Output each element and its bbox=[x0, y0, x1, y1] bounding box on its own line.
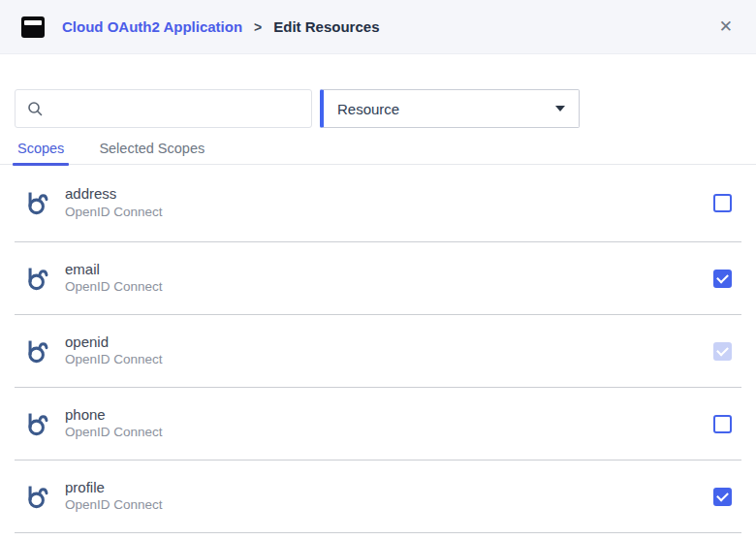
toolbar: Resource bbox=[15, 89, 741, 128]
scope-name: openid bbox=[65, 334, 163, 352]
scope-row-email[interactable]: email OpenID Connect bbox=[15, 242, 741, 315]
close-icon[interactable]: ✕ bbox=[715, 15, 737, 39]
scope-row-address[interactable]: address OpenID Connect bbox=[15, 165, 741, 242]
checkbox-address[interactable] bbox=[713, 194, 732, 212]
app-window-icon bbox=[21, 16, 45, 38]
scope-provider: OpenID Connect bbox=[65, 425, 163, 441]
resource-filter-dropdown[interactable]: Resource bbox=[320, 89, 580, 128]
scope-provider: OpenID Connect bbox=[65, 205, 163, 221]
tab-selected-scopes[interactable]: Selected Scopes bbox=[94, 137, 209, 164]
openid-icon bbox=[24, 336, 50, 366]
dialog-header: Cloud OAuth2 Application > Edit Resource… bbox=[0, 0, 756, 54]
search-box[interactable] bbox=[15, 89, 312, 128]
resource-filter-value: Resource bbox=[337, 101, 399, 117]
search-icon bbox=[27, 101, 44, 117]
scope-provider: OpenID Connect bbox=[65, 352, 163, 368]
scope-name: address bbox=[65, 185, 163, 204]
scope-name: email bbox=[65, 261, 163, 279]
scope-provider: OpenID Connect bbox=[65, 279, 163, 296]
scope-row-phone[interactable]: phone OpenID Connect bbox=[15, 388, 741, 461]
scope-provider: OpenID Connect bbox=[65, 497, 163, 514]
chevron-right-icon: > bbox=[254, 19, 262, 35]
breadcrumb-link-cloud-oauth2-application[interactable]: Cloud OAuth2 Application bbox=[62, 18, 242, 35]
search-input[interactable] bbox=[51, 101, 299, 116]
openid-icon bbox=[24, 409, 50, 439]
scope-list: address OpenID Connect email OpenID Conn… bbox=[0, 165, 756, 533]
openid-icon bbox=[24, 188, 50, 218]
scope-row-openid[interactable]: openid OpenID Connect bbox=[15, 315, 741, 388]
checkbox-profile[interactable] bbox=[713, 488, 732, 506]
breadcrumb: Cloud OAuth2 Application > Edit Resource… bbox=[62, 18, 380, 35]
scope-name: phone bbox=[65, 406, 163, 425]
scope-row-profile[interactable]: profile OpenID Connect bbox=[15, 461, 741, 533]
checkbox-openid bbox=[713, 342, 732, 361]
page-title: Edit Resources bbox=[273, 18, 379, 35]
checkbox-phone[interactable] bbox=[713, 415, 732, 433]
checkbox-email[interactable] bbox=[713, 270, 732, 288]
caret-down-icon bbox=[555, 106, 565, 111]
tab-scopes[interactable]: Scopes bbox=[13, 137, 69, 164]
edit-resources-dialog: Cloud OAuth2 Application > Edit Resource… bbox=[0, 0, 756, 540]
tabs: Scopes Selected Scopes bbox=[0, 137, 756, 165]
openid-icon bbox=[24, 482, 50, 512]
openid-icon bbox=[24, 264, 50, 294]
scope-name: profile bbox=[65, 479, 163, 497]
